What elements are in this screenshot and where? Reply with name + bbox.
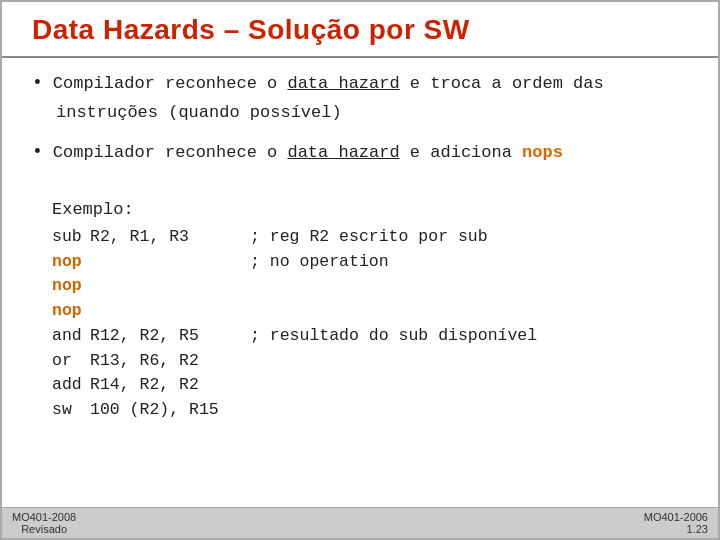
bullet-text-1: Compilador reconhece o data hazard e tro… (53, 72, 604, 97)
args-and: R12, R2, R5 (90, 324, 250, 349)
code-line-or: or R13, R6, R2 (52, 349, 688, 374)
comment-and: ; resultado do sub disponível (250, 324, 537, 349)
slide-header: Data Hazards – Solução por SW (2, 2, 718, 58)
bullet-item-1: • Compilador reconhece o data hazard e t… (32, 72, 688, 97)
example-section: Exemplo: sub R2, R1, R3 ; reg R2 escrito… (52, 200, 688, 423)
keyword-nop1: nop (52, 250, 90, 275)
code-line-nop1: nop ; no operation (52, 250, 688, 275)
footer-left-line1: MO401-2008 (12, 511, 76, 523)
comment-sub: ; reg R2 escrito por sub (250, 225, 488, 250)
args-or: R13, R6, R2 (90, 349, 250, 374)
keyword-add: add (52, 373, 90, 398)
keyword-or: or (52, 349, 90, 374)
args-sub: R2, R1, R3 (90, 225, 250, 250)
spacer-3 (32, 182, 688, 194)
footer-right: MO401-2006 1.23 (644, 511, 708, 535)
bullet-continuation-1: instruções (quando possível) (56, 101, 688, 126)
example-label: Exemplo: (52, 200, 688, 219)
slide-footer: MO401-2008 Revisado MO401-2006 1.23 (2, 507, 718, 538)
args-nop1 (90, 250, 250, 275)
slide-container: Data Hazards – Solução por SW • Compilad… (0, 0, 720, 540)
bullet-dot-1: • (32, 73, 43, 93)
args-add: R14, R2, R2 (90, 373, 250, 398)
highlight-data-hazard-1: data hazard (287, 74, 399, 93)
spacer-2 (32, 170, 688, 182)
slide-body: • Compilador reconhece o data hazard e t… (2, 58, 718, 507)
keyword-sw: sw (52, 398, 90, 423)
code-line-and: and R12, R2, R5 ; resultado do sub dispo… (52, 324, 688, 349)
footer-right-line2: 1.23 (687, 523, 708, 535)
code-line-sub: sub R2, R1, R3 ; reg R2 escrito por sub (52, 225, 688, 250)
bullet-text-2: Compilador reconhece o data hazard e adi… (53, 141, 563, 166)
bullet-dot-2: • (32, 142, 43, 162)
slide-title: Data Hazards – Solução por SW (32, 14, 688, 46)
code-line-nop3: nop (52, 299, 688, 324)
footer-left: MO401-2008 Revisado (12, 511, 76, 535)
code-line-add: add R14, R2, R2 (52, 373, 688, 398)
comment-nop1: ; no operation (250, 250, 389, 275)
keyword-nop3: nop (52, 299, 90, 324)
nops-highlight: nops (522, 143, 563, 162)
highlight-data-hazard-2: data hazard (287, 143, 399, 162)
footer-left-line2: Revisado (21, 523, 67, 535)
keyword-sub: sub (52, 225, 90, 250)
spacer-1 (32, 129, 688, 141)
keyword-and: and (52, 324, 90, 349)
footer-right-line1: MO401-2006 (644, 511, 708, 523)
args-sw: 100 (R2), R15 (90, 398, 250, 423)
code-line-nop2: nop (52, 274, 688, 299)
bullet-item-2: • Compilador reconhece o data hazard e a… (32, 141, 688, 166)
code-line-sw: sw 100 (R2), R15 (52, 398, 688, 423)
keyword-nop2: nop (52, 274, 90, 299)
